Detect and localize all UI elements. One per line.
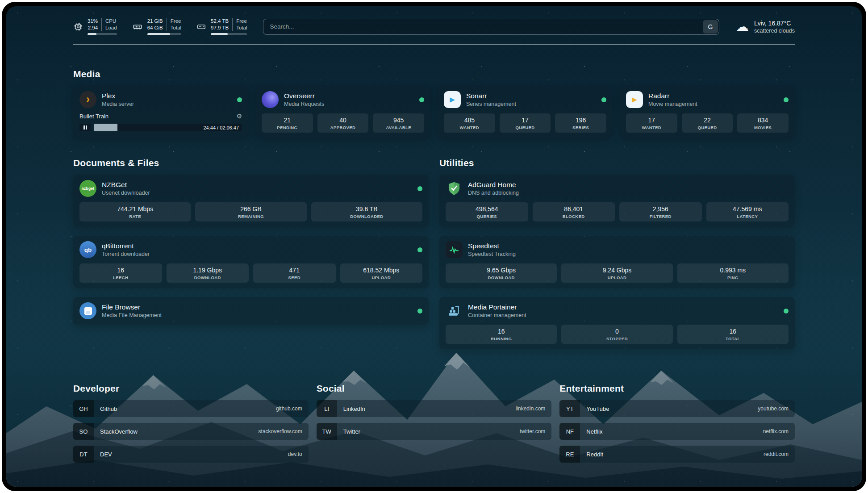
service-desc: Media Requests — [284, 101, 324, 107]
dashboard-background: 31% 2.94 CPU Load — [6, 6, 862, 487]
bookmark-github[interactable]: GH Github github.com — [73, 400, 309, 417]
service-card-radarr[interactable]: ▶ Radarr Movie management 17WANTED 22QUE… — [620, 86, 795, 138]
bookmark-abbr: SO — [73, 423, 94, 440]
memory-label-2: Total — [171, 25, 181, 31]
stat-pending: 21PENDING — [262, 113, 313, 133]
stat-leech: 16LEECH — [79, 263, 162, 283]
service-card-sonarr[interactable]: ▶ Sonarr Series management 485WANTED 17Q… — [438, 86, 613, 138]
now-playing-title: Bullet Train — [79, 113, 108, 120]
bookmark-stackoverflow[interactable]: SO StackOverflow stackoverflow.com — [73, 423, 309, 440]
section-title-entertainment: Entertainment — [559, 383, 795, 394]
search-bar: G — [263, 19, 719, 35]
bookmark-url: twitter.com — [520, 428, 545, 435]
bookmark-url: reddit.com — [764, 451, 789, 457]
cloud-icon: ☁ — [735, 20, 749, 33]
cpu-widget: 31% 2.94 CPU Load — [73, 18, 117, 35]
settings-gear-icon[interactable]: ⚙ — [236, 113, 242, 120]
service-card-adguard[interactable]: AdGuard Home DNS and adblocking 498,564Q… — [439, 175, 795, 227]
stat-download: 1.19 GbpsDOWNLOAD — [167, 263, 249, 283]
bookmark-name: YouTube — [586, 405, 609, 412]
stat-approved: 40APPROVED — [317, 113, 369, 133]
bookmark-name: StackOverflow — [100, 428, 138, 435]
service-card-overseerr[interactable]: Overseerr Media Requests 21PENDING 40APP… — [255, 86, 430, 138]
bookmark-name: Netflix — [586, 428, 602, 435]
search-input[interactable] — [263, 19, 719, 35]
filebrowser-icon — [79, 302, 96, 319]
section-title-developer: Developer — [73, 383, 309, 394]
topbar-divider — [73, 44, 795, 45]
weather-condition: scattered clouds — [754, 28, 795, 34]
stat-total: 16TOTAL — [677, 325, 789, 344]
service-card-qbittorrent[interactable]: qb qBittorrent Torrent downloader 16LEEC… — [73, 236, 429, 288]
stat-blocked: 86,401BLOCKED — [533, 202, 615, 221]
cpu-load: 2.94 — [88, 25, 98, 31]
memory-label-1: Free — [171, 18, 181, 25]
stat-movies: 834MOVIES — [737, 113, 789, 133]
bookmark-url: youtube.com — [758, 405, 789, 412]
bookmark-abbr: TW — [317, 423, 337, 440]
bookmark-group-developer: Developer GH Github github.com SO StackO… — [73, 383, 309, 468]
service-desc: Media File Management — [102, 312, 162, 318]
speedtest-icon — [446, 241, 463, 258]
service-name: File Browser — [102, 303, 162, 311]
qbittorrent-icon: qb — [79, 241, 96, 258]
bookmark-reddit[interactable]: RE Reddit reddit.com — [559, 446, 795, 463]
bookmark-dev[interactable]: DT DEV dev.to — [73, 446, 309, 463]
bookmark-url: stackoverflow.com — [259, 428, 302, 435]
bookmark-group-social: Social LI LinkedIn linkedin.com TW Twitt… — [317, 383, 552, 468]
radarr-icon: ▶ — [626, 91, 643, 108]
bookmark-name: Github — [100, 405, 117, 412]
disk-widget: 52.4 TB 97.9 TB Free Total — [196, 18, 247, 35]
dashboard-window: 31% 2.94 CPU Load — [2, 2, 866, 491]
disk-progress-bar — [211, 33, 247, 35]
status-dot — [417, 247, 422, 252]
stat-upload: 618.52 MbpsUPLOAD — [340, 263, 423, 283]
status-dot — [784, 97, 789, 102]
service-desc: Speedtest Tracking — [468, 251, 516, 257]
memory-icon — [132, 22, 143, 32]
stat-download: 9.65 GbpsDOWNLOAD — [446, 263, 557, 283]
service-name: qBittorrent — [102, 242, 150, 250]
stat-rate: 744.21 MbpsRATE — [79, 202, 191, 221]
bookmark-url: github.com — [276, 405, 302, 412]
service-card-nzbget[interactable]: nzbget NZBGet Usenet downloader 744.21 M… — [73, 175, 429, 227]
playback-time: 24:44 / 02:06:47 — [203, 124, 239, 131]
bookmark-abbr: YT — [559, 400, 580, 417]
disk-total: 97.9 TB — [211, 25, 229, 31]
cpu-label-2: Load — [105, 25, 117, 31]
cpu-progress-bar — [88, 33, 117, 35]
stat-running: 16RUNNING — [446, 325, 557, 344]
service-card-plex[interactable]: › Plex Media server Bullet Train ⚙ — [73, 86, 248, 138]
bookmark-group-entertainment: Entertainment YT YouTube youtube.com NF … — [559, 383, 795, 468]
service-card-portainer[interactable]: Media Portainer Container management 16R… — [439, 297, 795, 349]
service-card-speedtest[interactable]: Speedtest Speedtest Tracking 9.65 GbpsDO… — [439, 236, 795, 288]
bookmark-youtube[interactable]: YT YouTube youtube.com — [559, 400, 795, 417]
playback-progress-bar[interactable]: 24:44 / 02:06:47 — [94, 124, 242, 131]
weather-widget[interactable]: ☁ Lviv, 16.87°C scattered clouds — [735, 20, 795, 34]
bookmark-abbr: RE — [559, 446, 580, 463]
memory-total: 64 GiB — [147, 25, 163, 31]
bookmark-netflix[interactable]: NF Netflix netflix.com — [559, 423, 795, 440]
disk-label-2: Total — [236, 25, 247, 31]
stat-stopped: 0STOPPED — [561, 325, 672, 344]
cpu-label-1: CPU — [105, 18, 117, 25]
service-desc: Movie management — [648, 101, 697, 107]
bookmark-linkedin[interactable]: LI LinkedIn linkedin.com — [317, 400, 552, 417]
system-stats: 31% 2.94 CPU Load — [73, 18, 247, 35]
bookmark-twitter[interactable]: TW Twitter twitter.com — [317, 423, 552, 440]
plex-icon: › — [79, 91, 96, 108]
pause-button[interactable] — [79, 124, 91, 131]
portainer-icon — [446, 302, 463, 319]
service-name: Speedtest — [468, 242, 516, 250]
sonarr-icon: ▶ — [444, 91, 461, 108]
service-desc: Series management — [466, 101, 516, 107]
stat-latency: 47.569 msLATENCY — [706, 202, 789, 221]
section-title-documents: Documents & Files — [73, 158, 429, 168]
service-card-filebrowser[interactable]: File Browser Media File Management — [73, 297, 429, 325]
search-engine-button[interactable]: G — [703, 20, 718, 33]
section-title-utilities: Utilities — [439, 158, 795, 168]
stat-filtered: 2,956FILTERED — [619, 202, 702, 221]
bookmark-url: linkedin.com — [516, 405, 546, 412]
bookmark-abbr: NF — [559, 423, 580, 440]
bookmark-abbr: GH — [73, 400, 94, 417]
